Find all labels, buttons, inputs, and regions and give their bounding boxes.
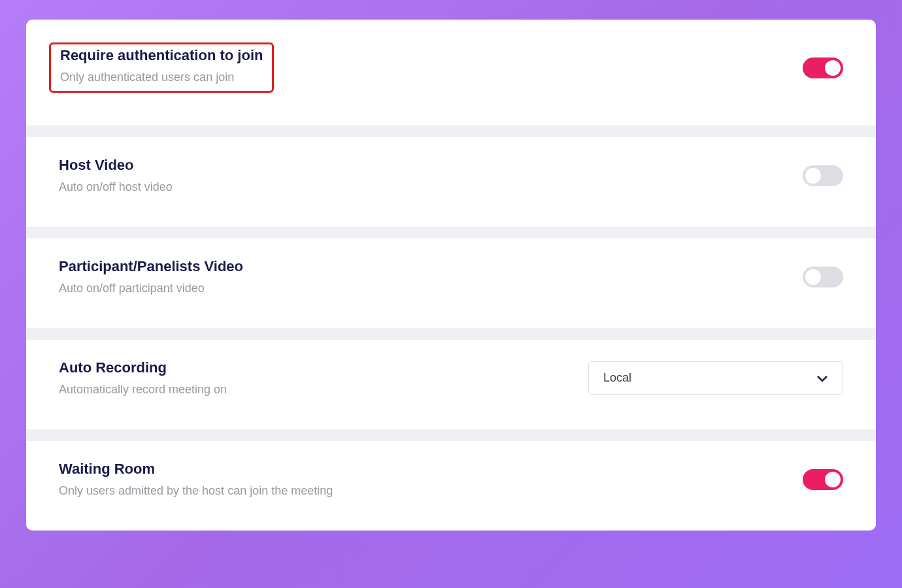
authentication-toggle[interactable] (803, 57, 843, 78)
setting-text-block: Auto Recording Automatically record meet… (59, 359, 588, 397)
setting-title: Auto Recording (59, 359, 588, 376)
setting-title: Require authentication to join (60, 47, 263, 64)
auto-recording-select[interactable]: Local (588, 361, 843, 395)
setting-description: Only authenticated users can join (60, 71, 263, 84)
host-video-toggle[interactable] (803, 165, 843, 186)
highlight-box: Require authentication to join Only auth… (49, 42, 274, 93)
setting-auto-recording: Auto Recording Automatically record meet… (26, 340, 876, 429)
setting-participant-video: Participant/Panelists Video Auto on/off … (26, 238, 876, 328)
setting-description: Automatically record meeting on (59, 383, 588, 397)
settings-panel: Require authentication to join Only auth… (26, 20, 876, 531)
select-value: Local (603, 371, 631, 385)
toggle-knob (825, 472, 841, 487)
participant-video-toggle[interactable] (803, 267, 843, 287)
setting-authentication: Require authentication to join Only auth… (26, 20, 876, 125)
toggle-knob (805, 168, 821, 184)
setting-host-video: Host Video Auto on/off host video (26, 137, 876, 227)
setting-waiting-room: Waiting Room Only users admitted by the … (26, 441, 876, 531)
setting-description: Only users admitted by the host can join… (59, 484, 803, 498)
setting-text-block: Waiting Room Only users admitted by the … (59, 461, 803, 498)
waiting-room-toggle[interactable] (803, 469, 843, 490)
setting-title: Waiting Room (59, 461, 803, 478)
setting-description: Auto on/off host video (59, 180, 803, 194)
setting-description: Auto on/off participant video (59, 282, 803, 295)
setting-text-block: Participant/Panelists Video Auto on/off … (59, 258, 803, 295)
setting-title: Host Video (59, 157, 803, 174)
toggle-knob (805, 269, 821, 285)
setting-title: Participant/Panelists Video (59, 258, 803, 275)
setting-text-block: Host Video Auto on/off host video (59, 157, 803, 194)
toggle-knob (825, 60, 841, 76)
setting-text-block: Require authentication to join Only auth… (49, 42, 803, 93)
chevron-down-icon (816, 372, 828, 384)
